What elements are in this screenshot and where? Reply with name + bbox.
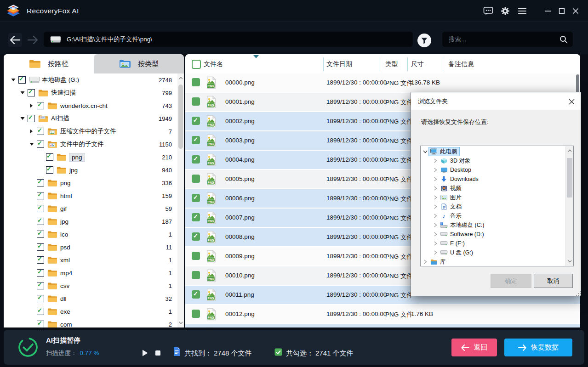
tree-checkbox[interactable] [37, 308, 44, 315]
column-header-filename[interactable]: 文件名 [204, 60, 223, 68]
return-button[interactable]: 返回 [451, 339, 497, 356]
tree-item[interactable]: ico1 [4, 228, 177, 241]
scroll-down-icon[interactable] [177, 320, 184, 326]
tree-checkbox[interactable] [37, 282, 44, 289]
tree-checkbox[interactable] [28, 115, 35, 122]
row-checkbox[interactable] [192, 136, 200, 144]
collapse-arrow-icon[interactable] [11, 78, 18, 82]
row-checkbox[interactable] [192, 213, 200, 221]
dialog-tree-item[interactable]: 本地磁盘 (C:) [421, 220, 565, 230]
tree-item[interactable]: psd11 [4, 241, 177, 254]
row-checkbox[interactable] [192, 271, 200, 279]
chevron-down-icon[interactable] [422, 150, 429, 153]
tree-item[interactable]: 快速扫描799 [4, 86, 177, 99]
dialog-tree-item[interactable]: U 盘 (G:) [421, 248, 565, 257]
tree-checkbox[interactable] [28, 89, 35, 96]
chevron-right-icon[interactable] [432, 250, 439, 255]
tree-checkbox[interactable] [37, 205, 44, 212]
chevron-right-icon[interactable] [432, 214, 439, 218]
cancel-button[interactable]: 取消 [534, 274, 573, 288]
chevron-right-icon[interactable] [432, 158, 439, 163]
row-checkbox[interactable] [192, 97, 200, 106]
expand-arrow-icon[interactable] [29, 103, 37, 108]
row-checkbox[interactable] [192, 78, 200, 86]
chevron-right-icon[interactable] [432, 186, 439, 191]
tree-item[interactable]: AI扫描1949 [4, 112, 177, 125]
chevron-right-icon[interactable] [432, 177, 439, 181]
forward-arrow-button[interactable] [26, 33, 40, 47]
row-checkbox[interactable] [192, 194, 200, 202]
scrollbar-thumb[interactable] [178, 85, 183, 149]
chevron-right-icon[interactable] [432, 168, 439, 172]
collapse-arrow-icon[interactable] [20, 91, 28, 95]
tree-item[interactable]: html159 [4, 189, 177, 202]
dialog-tree-item-body[interactable]: 视频 [439, 184, 463, 192]
tab-by-type[interactable]: 按类型 [94, 54, 184, 73]
row-checkbox[interactable] [192, 290, 200, 299]
tree-item[interactable]: exe1 [4, 305, 177, 318]
tree-checkbox[interactable] [18, 76, 26, 84]
scroll-up-icon[interactable] [177, 75, 184, 81]
tree-item[interactable]: 本地磁盘 (G:)2748 [4, 73, 177, 86]
dialog-tree-item[interactable]: 库 [421, 257, 565, 266]
dialog-tree-item[interactable]: ♪音乐 [421, 211, 565, 220]
dialog-tree-item-body[interactable]: Downloads [439, 175, 480, 183]
column-header-type[interactable]: 类型 [385, 60, 398, 68]
tree-checkbox[interactable] [37, 192, 44, 199]
dialog-tree-item[interactable]: Software (D:) [421, 230, 565, 239]
dialog-tree-item[interactable]: Downloads [421, 175, 565, 184]
minimize-button[interactable] [542, 5, 554, 17]
ok-button[interactable]: 确定 [491, 274, 531, 288]
dialog-tree-item[interactable]: E (E:) [421, 239, 565, 248]
tree-item[interactable]: mp41 [4, 266, 177, 279]
row-checkbox[interactable] [192, 310, 200, 318]
dialog-tree-item-body[interactable]: 3D 对象 [439, 157, 472, 165]
file-row[interactable]: PNG00000.png1899/12/30 : 00:00:00PNG 文件1… [185, 73, 580, 93]
scroll-up-icon[interactable] [566, 147, 573, 154]
maximize-button[interactable] [556, 5, 568, 17]
file-row[interactable]: PNG00013.png1899/12/30 : 00:00:00PNG 文件9… [185, 324, 580, 327]
tree-checkbox[interactable] [37, 128, 44, 135]
dialog-tree-item[interactable]: 3D 对象 [421, 156, 565, 165]
chevron-right-icon[interactable] [432, 204, 439, 209]
tab-by-path[interactable]: 按路径 [4, 54, 94, 73]
chevron-right-icon[interactable] [432, 241, 439, 246]
dialog-tree-item[interactable]: 图片 [421, 193, 565, 202]
resume-scan-button[interactable] [142, 349, 148, 357]
column-header-date[interactable]: 文件日期 [326, 60, 352, 68]
path-bar[interactable]: G:\AI扫描\文件中的子文件\png\ [44, 32, 413, 47]
tree-checkbox[interactable] [37, 295, 44, 302]
tree-checkbox[interactable] [37, 231, 44, 238]
tree-item[interactable]: 文件中的子文件1150 [4, 138, 177, 151]
close-button[interactable] [570, 5, 582, 17]
tree-checkbox[interactable] [37, 218, 44, 225]
resize-grip[interactable] [578, 293, 579, 294]
chevron-right-icon[interactable] [432, 232, 439, 237]
dialog-tree-item-body[interactable]: E (E:) [439, 239, 467, 248]
chevron-right-icon[interactable] [432, 223, 439, 227]
row-checkbox[interactable] [192, 175, 200, 183]
sidebar-scrollbar[interactable] [177, 73, 184, 327]
tree-item[interactable]: 压缩文件中的子文件7 [4, 125, 177, 138]
dialog-tree-item-body[interactable]: U 盘 (G:) [439, 248, 475, 257]
sort-indicator-icon[interactable] [253, 55, 259, 59]
tree-checkbox[interactable] [46, 153, 53, 161]
tree-item[interactable]: jpg940 [4, 164, 177, 176]
back-arrow-button[interactable] [8, 33, 22, 47]
dialog-tree-item-body[interactable]: 图片 [439, 193, 463, 202]
dialog-tree-item-body[interactable]: 文档 [439, 203, 463, 211]
collapse-arrow-icon[interactable] [20, 117, 28, 120]
tree-item[interactable]: com2 [4, 318, 177, 327]
tree-item[interactable]: dll32 [4, 292, 177, 305]
scrollbar-thumb[interactable] [567, 158, 572, 198]
recover-data-button[interactable]: 恢复数据 [504, 339, 572, 356]
tree-checkbox[interactable] [46, 166, 53, 174]
dialog-tree-item-body[interactable]: 库 [429, 258, 448, 266]
tree-checkbox[interactable] [37, 179, 44, 186]
tree-item[interactable]: jpg187 [4, 215, 177, 228]
dialog-scrollbar[interactable] [565, 146, 573, 266]
settings-gear-icon[interactable] [499, 5, 511, 17]
dialog-tree-item-body[interactable]: Desktop [439, 166, 473, 174]
dialog-close-icon[interactable] [568, 98, 575, 105]
column-header-size[interactable]: 尺寸 [411, 60, 424, 68]
